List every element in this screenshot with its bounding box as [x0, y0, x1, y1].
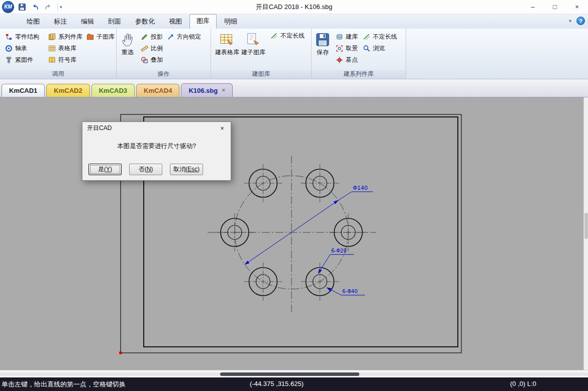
horizontal-scrollbar-thumb[interactable] — [220, 372, 359, 376]
ribbon-group-build-series: 保存 建库 不定长线 取景 — [312, 29, 406, 79]
ribbon-group-call: 零件结构 系列件库 子图库 轴承 — [0, 29, 117, 79]
bearing-icon — [5, 45, 13, 53]
app-window: KM ▾ 开目CAD 2018 - K106.sbg – □ × 绘图 标注 编… — [0, 0, 588, 391]
redo-icon[interactable] — [43, 2, 53, 12]
maximize-button[interactable]: □ — [544, 0, 566, 14]
tab-label: KmCAD2 — [54, 87, 82, 94]
window-title: 开目CAD 2018 - K106.sbg — [256, 3, 332, 12]
horizontal-scrollbar — [0, 370, 588, 377]
frame-corner-marker — [119, 351, 122, 354]
item-label: 方向锁定 — [177, 33, 201, 41]
vertical-scrollbar[interactable] — [583, 97, 588, 370]
ribbon-group-label-call: 调用 — [0, 70, 116, 79]
quick-access-dropdown-icon[interactable]: ▾ — [57, 3, 64, 11]
part-structure-icon — [5, 33, 13, 41]
ribbon-group-label-operate: 操作 — [117, 70, 211, 79]
ribbon-item-capture[interactable]: 取景 — [334, 43, 361, 54]
ribbon-tab-draw[interactable]: 绘图 — [20, 15, 46, 29]
drawing-area: Φ140 6-Φ20 6-Φ40 开目CAD × 本图是否需要进行尺寸驱动? 是… — [0, 97, 588, 370]
ribbon-item-table-lib[interactable]: 表格库 — [46, 43, 84, 54]
button-label: 否( — [139, 166, 147, 173]
dim-pitch-circle-label: Φ140 — [353, 185, 368, 191]
dialog-close-icon[interactable]: × — [215, 123, 230, 134]
ribbon-item-build-sub-lib[interactable]: 建子图库 — [240, 31, 266, 70]
dialog-cancel-button[interactable]: 取消(Esc) — [170, 164, 203, 175]
doc-tab-kmcad2[interactable]: KmCAD2 — [46, 84, 89, 97]
indef-line-icon — [363, 33, 371, 41]
ribbon-item-scale[interactable]: 比例 — [139, 43, 165, 54]
ribbon-item-fastener[interactable]: 紧固件 — [3, 54, 46, 66]
ribbon-item-overlay[interactable]: 叠加 — [139, 54, 165, 66]
app-menu-button[interactable]: KM — [2, 1, 14, 13]
ribbon-tab-library[interactable]: 图库 — [189, 14, 217, 29]
button-label: 取消( — [173, 166, 187, 173]
km-logo-icon: KM — [4, 4, 12, 10]
vertical-scrollbar-thumb[interactable] — [584, 213, 588, 239]
doc-tab-kmcad3[interactable]: KmCAD3 — [91, 84, 135, 97]
dim-counterbore-label: 6-Φ40 — [342, 289, 358, 294]
item-label: 系列件库 — [58, 33, 82, 41]
ribbon-group-label-build-lib: 建图库 — [211, 70, 311, 79]
projection-pencil-icon — [141, 33, 149, 41]
ribbon-item-save-lib[interactable]: 保存 — [315, 31, 331, 70]
ribbon-item-part-structure[interactable]: 零件结构 — [3, 31, 46, 43]
table-lib-icon — [48, 45, 56, 53]
ribbon-right-controls: ▾ ? — [569, 17, 585, 25]
ribbon-collapse-icon[interactable]: ▾ — [569, 18, 571, 24]
tab-label: KmCAD1 — [9, 87, 37, 94]
status-origin-info: (0 ,0) L:0 — [510, 380, 536, 387]
help-button[interactable]: ? — [576, 17, 585, 25]
ribbon-tab-annotate[interactable]: 标注 — [47, 15, 73, 29]
close-button[interactable]: × — [566, 0, 588, 14]
minimize-button[interactable]: – — [522, 0, 544, 14]
build-sub-lib-icon — [246, 32, 261, 47]
ribbon-empty-space — [406, 29, 588, 79]
ribbon-group-operate: 重选 投影 方向锁定 比例 — [117, 29, 211, 79]
item-label: 符号库 — [58, 56, 76, 64]
ribbon-item-bearing[interactable]: 轴承 — [3, 43, 46, 54]
tab-close-icon[interactable]: × — [222, 87, 225, 94]
dialog-yes-button[interactable]: 是(Y) — [88, 164, 122, 175]
ribbon-tab-parametric[interactable]: 参数化 — [129, 15, 161, 29]
direction-lock-icon — [167, 33, 175, 41]
ribbon-item-indef-line[interactable]: 不定长线 — [268, 31, 307, 41]
undo-icon[interactable] — [30, 2, 40, 12]
status-hint: 单击左键，给出直线的第一点，空格键切换 — [2, 380, 126, 389]
ribbon-tab-edit[interactable]: 编辑 — [74, 15, 101, 29]
button-label: 是( — [98, 166, 106, 173]
item-label: 叠加 — [151, 56, 163, 64]
ribbon-tab-detail[interactable]: 明细 — [218, 15, 244, 29]
save-icon[interactable] — [17, 2, 27, 12]
ribbon-item-build[interactable]: 建库 — [334, 31, 361, 43]
item-label: 浏览 — [373, 44, 385, 53]
doc-tab-kmcad4[interactable]: KmCAD4 — [136, 84, 179, 97]
item-label: 重选 — [122, 48, 134, 57]
ribbon-tab-section[interactable]: 剖面 — [102, 15, 128, 29]
tab-label: KmCAD3 — [99, 87, 127, 94]
doc-tab-k106[interactable]: K106.sbg × — [181, 83, 233, 97]
ribbon-item-symbol-lib[interactable]: 符号库 — [46, 54, 84, 66]
ribbon-item-sub-lib[interactable]: 子图库 — [84, 31, 117, 43]
item-label: 零件结构 — [15, 33, 39, 41]
ribbon-tab-view[interactable]: 视图 — [162, 15, 188, 29]
ribbon-item-reselect[interactable]: 重选 — [120, 31, 136, 70]
ribbon-item-build-table-lib[interactable]: 建表格库 — [214, 31, 240, 70]
ribbon-item-projection[interactable]: 投影 — [139, 31, 165, 43]
button-label: ) — [151, 166, 153, 173]
button-accesskey: Esc — [187, 166, 198, 173]
dialog-no-button[interactable]: 否(N) — [129, 164, 162, 175]
dialog-title: 开目CAD — [87, 124, 112, 133]
ribbon-item-direction-lock[interactable]: 方向锁定 — [165, 31, 210, 43]
fastener-icon — [5, 56, 13, 64]
ribbon-tab-row: 绘图 标注 编辑 剖面 参数化 视图 图库 明细 ▾ ? — [0, 14, 588, 29]
doc-tab-kmcad1[interactable]: KmCAD1 — [2, 84, 45, 97]
ribbon-item-series-lib[interactable]: 系列件库 — [46, 31, 84, 43]
ribbon-item-base-point[interactable]: 基点 — [334, 54, 361, 66]
ribbon-item-browse[interactable]: 浏览 — [361, 43, 406, 54]
item-label: 基点 — [346, 56, 358, 64]
dialog-buttons: 是(Y) 否(N) 取消(Esc) — [88, 164, 203, 175]
item-label: 紧固件 — [15, 56, 33, 64]
ribbon-item-indef-line-2[interactable]: 不定长线 — [361, 31, 406, 43]
item-label: 建库 — [346, 33, 358, 41]
dialog-titlebar[interactable]: 开目CAD × — [82, 122, 231, 135]
